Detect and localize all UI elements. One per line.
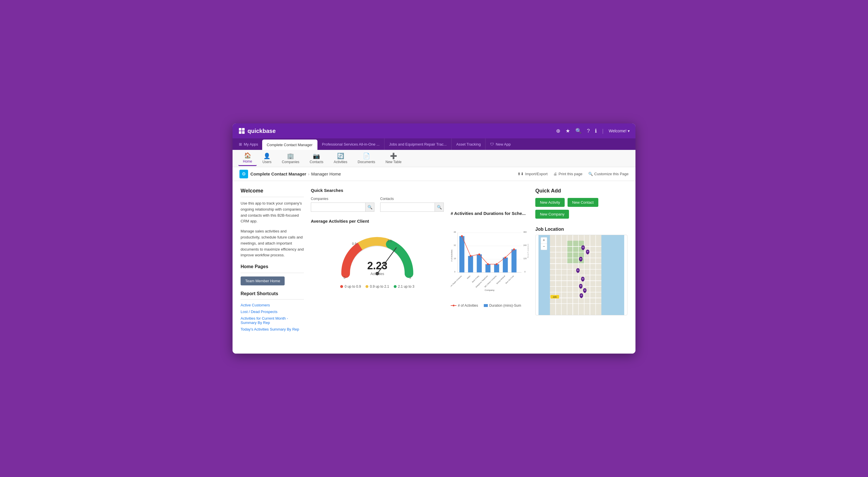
customize-action[interactable]: 🔍 Customize this Page bbox=[588, 172, 628, 176]
svg-rect-38 bbox=[484, 304, 488, 307]
left-column: Welcome Use this app to track your compa… bbox=[241, 188, 304, 347]
line-point-2 bbox=[478, 253, 480, 255]
gauge-legend: 0 up to 0.9 0.9 up to 2.1 2.1 up to 3 bbox=[340, 285, 414, 289]
svg-text:# of Activities: # of Activities bbox=[451, 249, 453, 261]
gauge-svg: 0 0.9 2.1 3 2.23 Activities bbox=[337, 230, 417, 282]
welcome-chevron-icon: ▾ bbox=[628, 129, 630, 133]
top-nav-actions: ⊕ ★ 🔍 ? ℹ | Welcome! ▾ bbox=[556, 128, 630, 134]
svg-text:Alden: Alden bbox=[467, 275, 471, 279]
welcome-text: Welcome! bbox=[609, 129, 626, 133]
quick-searches-title: Quick Searches bbox=[311, 188, 444, 193]
contacts-search-button[interactable]: 🔍 bbox=[435, 202, 444, 212]
tab-professional-services[interactable]: Professional Services All-in-One ... bbox=[317, 138, 384, 150]
my-apps-label: My Apps bbox=[244, 142, 258, 147]
tab-jobs-equipment[interactable]: Jobs and Equipment Repair Trac... bbox=[384, 138, 452, 150]
svg-point-64 bbox=[582, 247, 584, 248]
nav-new-table[interactable]: ➕ New Table bbox=[381, 151, 406, 166]
job-location-title: Job Location bbox=[535, 227, 627, 232]
companies-search-button[interactable]: 🔍 bbox=[365, 202, 374, 212]
import-export-action[interactable]: ⬆⬇ Import/Export bbox=[518, 172, 548, 176]
browser-frame: quickbase ⊕ ★ 🔍 ? ℹ | Welcome! ▾ ⊞ My Ap… bbox=[232, 123, 636, 354]
my-apps-tab[interactable]: ⊞ My Apps bbox=[235, 138, 262, 150]
nav-activities[interactable]: 🔄 Activities bbox=[329, 151, 352, 166]
svg-rect-3 bbox=[242, 131, 245, 134]
report-link-1[interactable]: Lost / Dead Prospects bbox=[241, 310, 304, 314]
print-label: Print this page bbox=[559, 172, 583, 176]
legend-red-label: 0 up to 0.9 bbox=[344, 285, 361, 289]
svg-point-66 bbox=[587, 251, 589, 253]
breadcrumb-app-name: Complete Contact Manager bbox=[250, 171, 306, 177]
logo-text: quickbase bbox=[248, 128, 276, 134]
svg-text:16: 16 bbox=[454, 257, 456, 260]
report-link-0[interactable]: Active Customers bbox=[241, 303, 304, 307]
star-icon[interactable]: ★ bbox=[565, 128, 570, 134]
bar-5 bbox=[503, 257, 508, 273]
breadcrumb-left: ⚙ Complete Contact Manager › Manager Hom… bbox=[240, 170, 341, 179]
home-pages-title: Home Pages bbox=[241, 264, 304, 269]
new-contact-button[interactable]: New Contact bbox=[567, 198, 598, 207]
companies-search-input[interactable] bbox=[311, 202, 365, 212]
search-icon[interactable]: 🔍 bbox=[575, 128, 582, 134]
svg-text:Blue Sun Corp: Blue Sun Corp bbox=[505, 275, 514, 284]
bar-6 bbox=[512, 249, 516, 273]
bar-2 bbox=[477, 254, 482, 273]
svg-text:3: 3 bbox=[409, 276, 411, 279]
welcome-menu[interactable]: Welcome! ▾ bbox=[609, 129, 630, 133]
tab-asset-tracking[interactable]: Asset Tracking bbox=[452, 138, 486, 150]
legend-activities-line: # of Activities bbox=[451, 304, 478, 308]
report-link-3[interactable]: Today's Activities Summary By Rep bbox=[241, 327, 304, 331]
new-company-button[interactable]: New Company bbox=[535, 210, 569, 219]
svg-point-74 bbox=[580, 285, 582, 287]
help-icon[interactable]: ? bbox=[587, 128, 590, 134]
settings-icon[interactable]: ⚙ bbox=[240, 170, 248, 179]
nav-contacts[interactable]: 📷 Contacts bbox=[305, 151, 328, 166]
legend-duration-label: Duration (mins)-Sum bbox=[489, 304, 521, 308]
breadcrumb-bar: ⚙ Complete Contact Manager › Manager Hom… bbox=[232, 167, 636, 181]
contacts-search-input[interactable] bbox=[380, 202, 435, 212]
svg-text:Bank of Italy: Bank of Italy bbox=[472, 275, 479, 283]
nav-home[interactable]: 🏠 Home bbox=[238, 151, 257, 166]
tab-new-app[interactable]: 🛡 New App bbox=[486, 138, 515, 150]
new-activity-button[interactable]: New Activity bbox=[535, 198, 565, 207]
info-icon[interactable]: ℹ bbox=[595, 128, 597, 134]
nav-companies[interactable]: 🏢 Companies bbox=[277, 151, 304, 166]
bar-1 bbox=[468, 256, 473, 273]
svg-text:0: 0 bbox=[524, 271, 526, 273]
contacts-icon: 📷 bbox=[313, 153, 320, 159]
activities-chart-title: # Activities and Durations for Sche... bbox=[451, 211, 528, 216]
import-export-label: Import/Export bbox=[525, 172, 548, 176]
svg-text:240: 240 bbox=[523, 244, 527, 247]
grid-icon: ⊞ bbox=[239, 142, 242, 147]
middle-left-column: Quick Searches Companies 🔍 Contacts 🔍 bbox=[311, 188, 444, 347]
report-shortcuts-title: Report Shortcuts bbox=[241, 291, 304, 296]
add-icon[interactable]: ⊕ bbox=[556, 128, 560, 134]
breadcrumb: Complete Contact Manager › Manager Home bbox=[250, 171, 341, 177]
legend-yellow-dot bbox=[366, 285, 368, 288]
line-point-4 bbox=[496, 263, 497, 265]
bar-0 bbox=[459, 236, 464, 273]
main-content: Welcome Use this app to track your compa… bbox=[232, 181, 636, 354]
print-action[interactable]: 🖨 Print this page bbox=[553, 172, 583, 176]
line-point-1 bbox=[470, 255, 471, 257]
team-member-home-button[interactable]: Team Member Home bbox=[241, 277, 285, 285]
legend-green: 2.1 up to 3 bbox=[394, 285, 414, 289]
legend-bar-icon bbox=[484, 304, 488, 308]
svg-text:120: 120 bbox=[523, 257, 527, 260]
breadcrumb-separator: › bbox=[308, 171, 309, 177]
companies-icon: 🏢 bbox=[287, 153, 294, 159]
svg-text:Acme Staple Company: Acme Staple Company bbox=[451, 275, 462, 289]
nav-documents[interactable]: 📄 Documents bbox=[353, 151, 380, 166]
report-link-2[interactable]: Activities for Current Month - Summary B… bbox=[241, 316, 304, 325]
svg-point-37 bbox=[453, 305, 455, 307]
companies-input-row: 🔍 bbox=[311, 202, 374, 212]
new-app-icon: 🛡 bbox=[490, 142, 494, 147]
bar-3 bbox=[486, 264, 490, 273]
nav-users[interactable]: 👤 Users bbox=[258, 151, 276, 166]
svg-text:32: 32 bbox=[454, 244, 456, 247]
svg-text:0: 0 bbox=[454, 271, 455, 273]
welcome-text-2: Manage sales activities and productivity… bbox=[241, 228, 304, 258]
legend-red-dot bbox=[340, 285, 343, 288]
tab-complete-contact-manager[interactable]: Complete Contact Manager bbox=[262, 139, 317, 150]
svg-point-76 bbox=[584, 289, 586, 291]
app-tabs-bar: ⊞ My Apps Complete Contact Manager Profe… bbox=[232, 138, 636, 150]
